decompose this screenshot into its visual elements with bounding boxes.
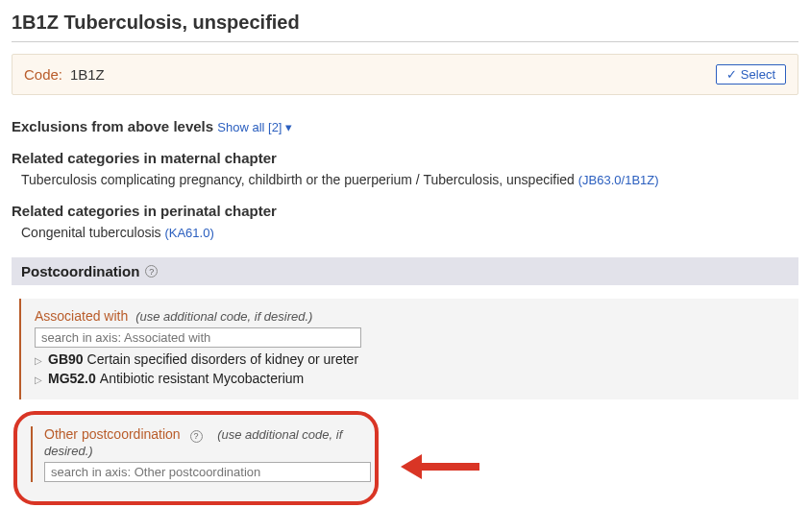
other-postcoord-title-row: Other postcoordination ? (use additional…	[44, 426, 361, 458]
perinatal-section: Related categories in perinatal chapter …	[12, 203, 798, 240]
arrow-line	[422, 463, 479, 471]
perinatal-text-row: Congenital tuberculosis (KA61.0)	[21, 225, 798, 240]
arrow-head-icon	[401, 454, 422, 479]
other-postcoord-container: Other postcoordination ? (use additional…	[12, 411, 798, 505]
associated-with-search-input[interactable]	[35, 327, 361, 348]
highlight-annotation: Other postcoordination ? (use additional…	[13, 411, 379, 505]
associated-with-note: (use additional code, if desired.)	[135, 309, 312, 324]
maternal-text: Tuberculosis complicating pregnancy, chi…	[21, 172, 575, 187]
associated-with-title: Associated with	[35, 308, 128, 324]
tree-row: ▷ MG52.0 Antibiotic resistant Mycobacter…	[35, 371, 785, 386]
exclusions-show-all-link[interactable]: Show all [2] ▾	[217, 120, 292, 134]
maternal-code-link[interactable]: (JB63.0/1B1Z)	[578, 173, 659, 187]
perinatal-code-link[interactable]: (KA61.0)	[164, 226, 213, 240]
other-postcoord-title: Other postcoordination	[44, 426, 181, 442]
tree-code[interactable]: MG52.0	[48, 371, 96, 386]
postcoordination-header: Postcoordination ?	[12, 257, 798, 285]
help-icon[interactable]: ?	[145, 265, 158, 278]
associated-with-title-row: Associated with (use additional code, if…	[35, 308, 785, 324]
tree-label[interactable]: Certain specified disorders of kidney or…	[87, 351, 358, 367]
select-button[interactable]: ✓ Select	[716, 64, 786, 85]
expand-icon[interactable]: ▷	[35, 355, 42, 366]
page-title: 1B1Z Tuberculosis, unspecified	[12, 12, 798, 34]
associated-with-block: Associated with (use additional code, if…	[19, 299, 798, 399]
other-postcoord-block: Other postcoordination ? (use additional…	[31, 426, 361, 482]
exclusions-heading-text: Exclusions from above levels	[12, 118, 213, 134]
code-box: Code: 1B1Z ✓ Select	[12, 54, 798, 95]
other-postcoord-search-input[interactable]	[44, 462, 371, 482]
expand-icon[interactable]: ▷	[35, 375, 42, 385]
annotation-arrow	[401, 454, 479, 479]
maternal-section: Related categories in maternal chapter T…	[12, 150, 798, 187]
tree-row: ▷ GB90 Certain specified disorders of ki…	[35, 351, 785, 367]
exclusions-heading: Exclusions from above levels Show all [2…	[12, 118, 798, 134]
maternal-text-row: Tuberculosis complicating pregnancy, chi…	[21, 172, 798, 187]
perinatal-heading: Related categories in perinatal chapter	[12, 203, 798, 219]
postcoordination-heading-text: Postcoordination	[21, 263, 139, 279]
exclusions-section: Exclusions from above levels Show all [2…	[12, 118, 798, 134]
tree-code[interactable]: GB90	[48, 351, 84, 367]
code-label: Code:	[24, 66, 62, 83]
title-underline	[12, 41, 798, 42]
tree-label[interactable]: Antibiotic resistant Mycobacterium	[100, 371, 304, 386]
code-box-left: Code: 1B1Z	[24, 66, 105, 83]
help-icon[interactable]: ?	[190, 430, 203, 443]
maternal-heading: Related categories in maternal chapter	[12, 150, 798, 166]
perinatal-text: Congenital tuberculosis	[21, 225, 161, 240]
code-value: 1B1Z	[70, 66, 105, 83]
